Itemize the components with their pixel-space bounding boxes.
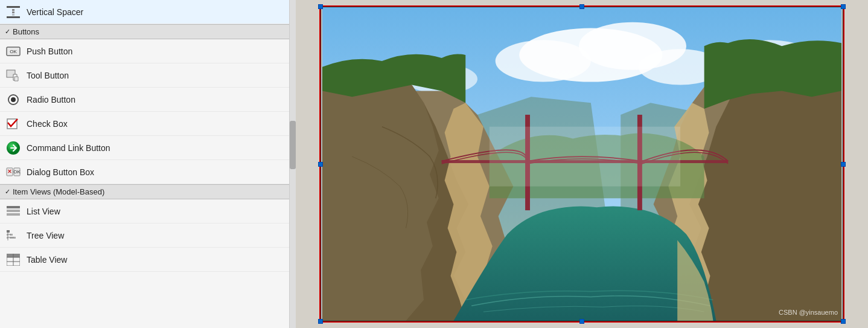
list-item-check-box[interactable]: Check Box (0, 112, 289, 136)
svg-rect-1 (7, 16, 20, 18)
dialog-button-icon: ✕ OK (6, 165, 21, 179)
svg-text:OK: OK (13, 169, 21, 175)
left-panel: Vertical Spacer ✓ Buttons OK Push Button… (0, 0, 290, 328)
svg-text:OK: OK (10, 49, 17, 54)
list-item-label: Command Link Button (27, 143, 110, 153)
svg-rect-18 (7, 213, 20, 216)
svg-rect-4 (12, 14, 14, 16)
command-link-icon (6, 141, 21, 155)
list-item-push-button[interactable]: OK Push Button (0, 39, 289, 63)
list-item-dialog-button-box[interactable]: ✕ OK Dialog Button Box (0, 160, 289, 184)
check-box-icon (6, 117, 21, 131)
section-label: Item Views (Model-Based) (13, 187, 104, 196)
list-item-tree-view[interactable]: Tree View (0, 223, 289, 248)
list-item-list-view[interactable]: List View (0, 199, 289, 223)
scrollbar[interactable] (290, 0, 296, 328)
list-item-label: Push Button (27, 47, 72, 56)
svg-rect-2 (12, 9, 14, 11)
canvas-area: CSBN @yinsauemo (296, 0, 868, 328)
section-header-buttons: ✓ Buttons (0, 24, 289, 39)
section-header-item-views: ✓ Item Views (Model-Based) (0, 184, 289, 199)
list-item-label: Dialog Button Box (27, 167, 94, 177)
image-container[interactable]: CSBN @yinsauemo (319, 5, 844, 323)
handle-middle-right[interactable] (841, 162, 846, 167)
svg-rect-45 (490, 127, 680, 187)
list-item-label: Radio Button (27, 95, 75, 105)
handle-top-left[interactable] (318, 4, 323, 9)
push-button-icon: OK (6, 44, 21, 59)
handle-bottom-right[interactable] (841, 319, 846, 324)
list-item-label: Tree View (27, 231, 64, 240)
table-view-icon (6, 252, 21, 267)
list-item-table-view[interactable]: Table View (0, 248, 289, 272)
handle-middle-left[interactable] (318, 162, 323, 167)
section-label: Buttons (13, 27, 39, 36)
radio-button-icon (6, 92, 21, 107)
handle-top-right[interactable] (841, 4, 846, 9)
list-item-radio-button[interactable]: Radio Button (0, 88, 289, 112)
svg-rect-19 (7, 230, 10, 233)
list-item-label: Vertical Spacer (27, 7, 83, 17)
image-inner: CSBN @yinsauemo (321, 7, 843, 321)
list-item-command-link-button[interactable]: Command Link Button (0, 136, 289, 160)
list-item-label: Tool Button (27, 71, 69, 80)
list-item-vertical-spacer[interactable]: Vertical Spacer (0, 0, 289, 24)
list-item-label: Table View (27, 255, 67, 265)
svg-rect-3 (12, 11, 14, 13)
tool-button-icon (6, 68, 21, 83)
list-item-tool-button[interactable]: Tool Button (0, 63, 289, 88)
scrollbar-thumb[interactable] (290, 121, 296, 169)
list-item-label: Check Box (27, 119, 68, 129)
handle-top-center[interactable] (579, 4, 584, 9)
svg-point-9 (11, 97, 16, 102)
list-item-label: List View (27, 207, 60, 216)
svg-rect-0 (7, 6, 20, 8)
handle-bottom-left[interactable] (318, 319, 323, 324)
spacer-icon (6, 5, 21, 19)
svg-rect-16 (7, 206, 20, 208)
svg-rect-17 (7, 210, 20, 212)
tree-view-icon (6, 228, 21, 243)
svg-point-37 (496, 40, 591, 82)
list-view-icon (6, 204, 21, 219)
handle-bottom-center[interactable] (579, 319, 584, 324)
svg-text:✕: ✕ (7, 169, 12, 175)
